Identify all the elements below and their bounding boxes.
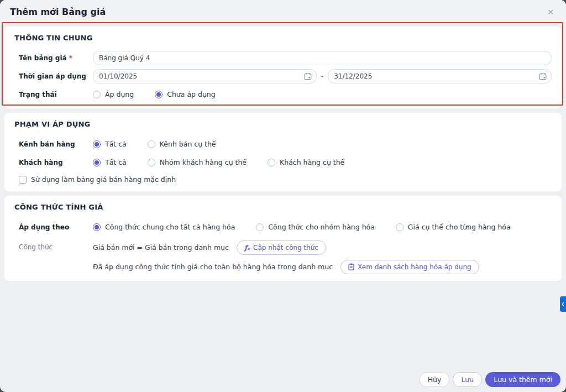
radio-channel-all[interactable]: Tất cả (93, 140, 127, 148)
formula-text: Giá bán mới = Giá bán trong danh mục (93, 243, 229, 252)
date-from-box (93, 69, 317, 83)
add-price-list-modal: Thêm mới Bảng giá ✕ THÔNG TIN CHUNG Tên … (0, 0, 566, 392)
chevron-left-icon: ❮ (562, 302, 565, 306)
close-icon[interactable]: ✕ (545, 6, 556, 18)
modal-header: Thêm mới Bảng giá ✕ (0, 0, 566, 24)
status-label: Trạng thái (19, 91, 93, 98)
radio-circle (148, 159, 155, 166)
default-price-list-checkbox[interactable]: Sử dụng làm bảng giá bán hàng mặc định (19, 175, 552, 184)
radio-formula-group[interactable]: Công thức cho nhóm hàng hóa (256, 223, 375, 231)
required-asterisk: * (69, 54, 72, 62)
checkbox-box (19, 176, 27, 184)
radio-customer-all[interactable]: Tất cả (93, 158, 127, 166)
section-title-scope: PHẠM VI ÁP DỤNG (14, 120, 552, 128)
page-title: Thêm mới Bảng giá (10, 7, 106, 17)
fx-icon: ƒₓ (244, 244, 250, 252)
radio-formula-specific[interactable]: Giá cụ thể cho từng hàng hóa (396, 223, 511, 231)
row-customer: Khách hàng Tất cả Nhóm khách hàng cụ thể… (19, 155, 552, 170)
channel-label: Kênh bán hàng (19, 140, 93, 148)
radio-circle-selected (93, 223, 101, 231)
date-from-input[interactable] (93, 69, 317, 83)
section-general-info: THÔNG TIN CHUNG Tên bảng giá * Thời gian… (4, 27, 562, 108)
radio-circle (93, 91, 101, 98)
row-price-list-name: Tên bảng giá * (19, 50, 552, 65)
collapse-panel-toggle[interactable]: ❮ (560, 296, 566, 312)
period-label: Thời gian áp dụng (19, 72, 93, 80)
view-applied-products-button[interactable]: Xem danh sách hàng hóa áp dụng (340, 260, 479, 274)
save-button[interactable]: Lưu (453, 372, 482, 387)
save-and-new-button[interactable]: Lưu và thêm mới (485, 372, 560, 387)
apply-by-label: Áp dụng theo (19, 223, 93, 231)
radio-circle (256, 223, 264, 231)
row-sales-channel: Kênh bán hàng Tất cả Kênh bán cụ thể (19, 137, 552, 151)
radio-customer-group[interactable]: Nhóm khách hàng cụ thể (148, 158, 247, 166)
section-title-general: THÔNG TIN CHUNG (14, 34, 552, 42)
row-status: Trạng thái Áp dụng Chưa áp dụng (19, 87, 552, 102)
radio-circle-selected (155, 91, 163, 98)
row-apply-by: Áp dụng theo Công thức chung cho tất cả … (19, 219, 552, 234)
radio-circle-selected (93, 159, 101, 166)
row-formula: Công thức Giá bán mới = Giá bán trong da… (19, 240, 552, 274)
section-apply-scope: PHẠM VI ÁP DỤNG Kênh bán hàng Tất cả Kên… (4, 113, 562, 191)
cancel-button[interactable]: Hủy (420, 372, 450, 387)
radio-circle (148, 140, 155, 148)
formula-line: Giá bán mới = Giá bán trong danh mục ƒₓ … (93, 240, 552, 255)
date-range-separator: - (317, 72, 328, 80)
radio-circle (268, 159, 275, 166)
customer-label: Khách hàng (19, 159, 93, 166)
radio-status-ap-dung[interactable]: Áp dụng (93, 90, 134, 98)
date-to-box (328, 69, 552, 83)
modal-footer: Hủy Lưu Lưu và thêm mới (420, 372, 560, 387)
row-apply-period: Thời gian áp dụng - (19, 69, 552, 83)
radio-channel-specific[interactable]: Kênh bán cụ thể (148, 140, 216, 148)
radio-customer-specific[interactable]: Khách hàng cụ thể (268, 158, 344, 166)
section-title-formula: CÔNG THỨC TÍNH GIÁ (14, 203, 552, 211)
radio-formula-common[interactable]: Công thức chung cho tất cả hàng hóa (93, 223, 235, 231)
clipboard-icon (348, 263, 354, 270)
radio-circle-selected (93, 140, 101, 148)
update-formula-button[interactable]: ƒₓ Cập nhật công thức (237, 241, 326, 255)
applied-formula-text: Đã áp dụng công thức tính giá cho toàn b… (93, 263, 333, 271)
price-list-name-input[interactable] (93, 51, 552, 65)
name-label: Tên bảng giá * (19, 54, 93, 62)
radio-status-chua-ap-dung[interactable]: Chưa áp dụng (155, 90, 216, 98)
modal-body: THÔNG TIN CHUNG Tên bảng giá * Thời gian… (0, 24, 566, 281)
applied-formula-line: Đã áp dụng công thức tính giá cho toàn b… (93, 259, 552, 274)
date-to-input[interactable] (328, 69, 552, 83)
formula-label: Công thức (19, 240, 93, 251)
radio-circle (396, 223, 403, 231)
section-price-formula: CÔNG THỨC TÍNH GIÁ Áp dụng theo Công thứ… (4, 196, 562, 281)
